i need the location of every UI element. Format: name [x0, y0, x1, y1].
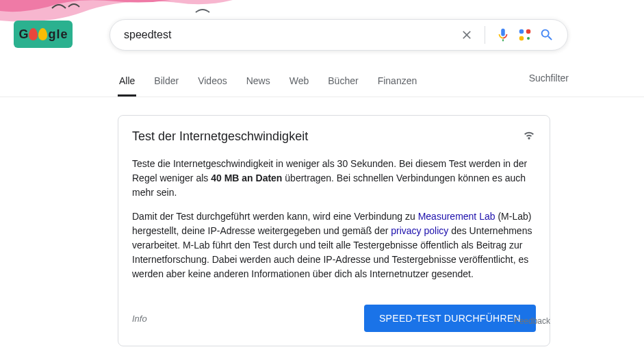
search-divider — [485, 26, 485, 44]
clear-icon[interactable] — [459, 27, 475, 43]
search-filters[interactable]: Suchfilter — [529, 73, 569, 84]
link-privacy-policy[interactable]: privacy policy — [391, 225, 448, 236]
camera-icon[interactable] — [517, 27, 533, 43]
feedback-link[interactable]: Feedback — [118, 316, 550, 326]
search-bar — [110, 19, 568, 51]
svg-point-3 — [527, 37, 530, 40]
speedtest-card: Test der Internetgeschwindigkeit Teste d… — [118, 115, 550, 346]
link-measurement-lab[interactable]: Measurement Lab — [418, 211, 495, 222]
tab-images[interactable]: Bilder — [153, 73, 180, 94]
mic-icon[interactable] — [495, 27, 511, 43]
card-paragraph-2: Damit der Test durchgeführt werden kann,… — [132, 209, 536, 281]
tab-finance[interactable]: Finanzen — [376, 73, 419, 94]
search-icon[interactable] — [539, 27, 555, 43]
svg-rect-0 — [519, 29, 524, 34]
svg-rect-2 — [519, 36, 524, 40]
logo-balloons: G g l e — [18, 27, 67, 42]
tab-news[interactable]: News — [245, 73, 272, 94]
card-paragraph-1: Teste die Internetgeschwindigkeit in wen… — [132, 157, 536, 200]
wifi-icon — [522, 128, 536, 144]
card-title: Test der Internetgeschwindigkeit — [132, 129, 308, 144]
card-body: Teste die Internetgeschwindigkeit in wen… — [118, 154, 550, 298]
tab-books[interactable]: Bücher — [326, 73, 359, 94]
svg-rect-1 — [526, 29, 530, 34]
tab-all[interactable]: Alle — [118, 73, 136, 97]
search-input[interactable] — [124, 29, 456, 41]
google-doodle-logo[interactable]: G g l e — [14, 21, 73, 48]
tabs: Alle Bilder Videos News Web Bücher Finan… — [118, 67, 418, 97]
tabs-container: Alle Bilder Videos News Web Bücher Finan… — [0, 67, 644, 97]
tab-web[interactable]: Web — [288, 73, 311, 94]
tab-videos[interactable]: Videos — [196, 73, 229, 94]
